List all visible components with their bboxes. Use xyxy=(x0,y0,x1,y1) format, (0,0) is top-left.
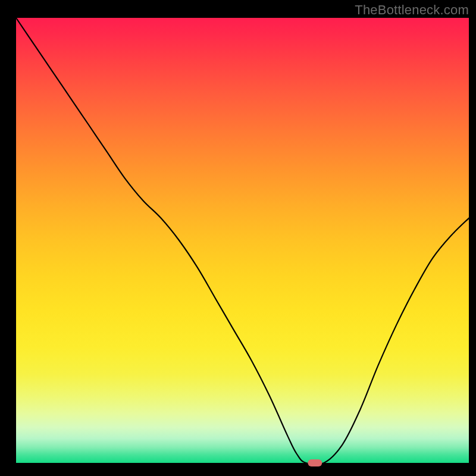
bottleneck-chart xyxy=(0,0,476,476)
optimal-point-marker xyxy=(308,459,322,466)
site-watermark: TheBottleneck.com xyxy=(355,2,469,18)
gradient-background xyxy=(16,18,469,463)
